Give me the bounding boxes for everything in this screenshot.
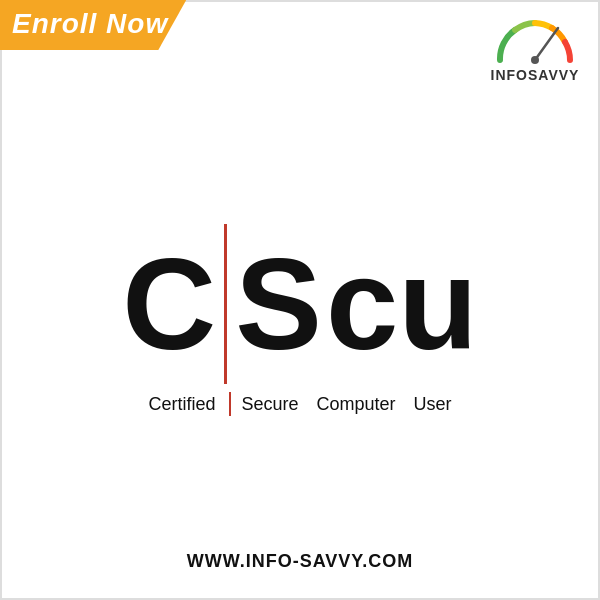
subtitle-divider [229,392,231,416]
subtitle-user: User [414,394,452,415]
cscu-letters-container: C S c u [122,224,477,384]
subtitle-rest: Secure Computer User [241,394,451,415]
letter-s: S [235,239,322,369]
speedometer-icon [490,10,580,65]
subtitle-computer: Computer [317,394,396,415]
svg-line-0 [535,28,558,60]
svg-point-1 [531,56,539,64]
cscu-divider [224,224,227,384]
cscu-logo: C S c u Certified Secure Computer User [122,224,477,416]
infosavvy-logo: INFOSAVVY [490,10,580,83]
cscu-subtitle: Certified Secure Computer User [148,392,451,416]
letter-c2: c [326,239,398,369]
main-content: C S c u Certified Secure Computer User [0,100,600,540]
infosavvy-name: INFOSAVVY [491,67,580,83]
subtitle-certified: Certified [148,394,215,415]
website-url: WWW.INFO-SAVVY.COM [0,551,600,572]
enroll-banner[interactable]: Enroll Now [0,0,186,50]
subtitle-secure: Secure [241,394,298,415]
enroll-text: Enroll Now [12,8,168,39]
letter-u: u [398,239,477,369]
letter-c1: C [122,239,216,369]
